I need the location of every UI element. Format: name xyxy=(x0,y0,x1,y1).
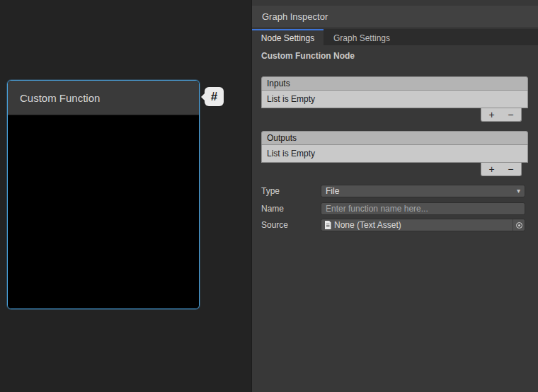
tab-bar-filler: Graph Settings xyxy=(324,29,538,45)
inputs-list-header: Inputs xyxy=(261,76,528,91)
source-field-row: Source None (Text Asset) xyxy=(261,219,525,231)
node-preview-area xyxy=(8,116,199,309)
tab-node-settings[interactable]: Node Settings xyxy=(252,29,324,45)
inputs-list: Inputs List is Empty + − xyxy=(261,76,528,122)
add-output-button[interactable]: + xyxy=(483,163,500,175)
node-title-bar[interactable]: Custom Function xyxy=(8,81,199,115)
outputs-list-header: Outputs xyxy=(261,131,528,145)
outputs-list: Outputs List is Empty + − xyxy=(261,131,528,176)
name-label: Name xyxy=(261,204,321,214)
name-field-row: Name xyxy=(261,202,525,215)
chevron-down-icon: ▾ xyxy=(517,188,520,195)
type-label: Type xyxy=(261,186,321,196)
object-picker-button[interactable] xyxy=(513,219,525,231)
hash-badge-icon[interactable]: # xyxy=(205,87,224,106)
hash-badge-label: # xyxy=(211,90,217,104)
text-asset-icon xyxy=(324,221,331,229)
outputs-list-footer: + − xyxy=(481,163,522,176)
source-object-field[interactable]: None (Text Asset) xyxy=(321,219,525,231)
inspector-title: Graph Inspector xyxy=(262,11,328,22)
outputs-empty-label: List is Empty xyxy=(267,149,315,158)
type-dropdown-value: File xyxy=(326,186,339,196)
remove-input-button[interactable]: − xyxy=(502,108,519,121)
remove-output-button[interactable]: − xyxy=(502,163,519,175)
type-dropdown[interactable]: File ▾ xyxy=(321,185,525,197)
inspector-tab-bar: Node Settings Graph Settings xyxy=(252,29,538,45)
source-object-value: None (Text Asset) xyxy=(334,220,401,230)
inputs-empty-row[interactable]: List is Empty xyxy=(261,91,528,108)
node-settings-title: Custom Function Node xyxy=(261,51,355,61)
outputs-list-header-label: Outputs xyxy=(267,133,297,143)
inputs-list-header-label: Inputs xyxy=(267,79,290,88)
outputs-empty-row[interactable]: List is Empty xyxy=(261,145,528,163)
custom-function-node[interactable]: Custom Function xyxy=(7,80,200,309)
add-input-button[interactable]: + xyxy=(483,108,500,121)
tab-graph-settings[interactable]: Graph Settings xyxy=(324,30,400,45)
inspector-header: Graph Inspector xyxy=(252,6,538,28)
inputs-empty-label: List is Empty xyxy=(267,94,315,104)
inputs-list-footer: + − xyxy=(481,108,522,122)
shader-graph-window: Custom Function # Graph Inspector Node S… xyxy=(0,0,538,392)
type-field-row: Type File ▾ xyxy=(261,185,525,197)
source-label: Source xyxy=(261,220,321,230)
object-picker-icon xyxy=(516,222,522,229)
graph-inspector-panel: Graph Inspector Node Settings Graph Sett… xyxy=(251,0,538,392)
node-title: Custom Function xyxy=(20,92,100,104)
function-name-input[interactable] xyxy=(321,202,525,215)
